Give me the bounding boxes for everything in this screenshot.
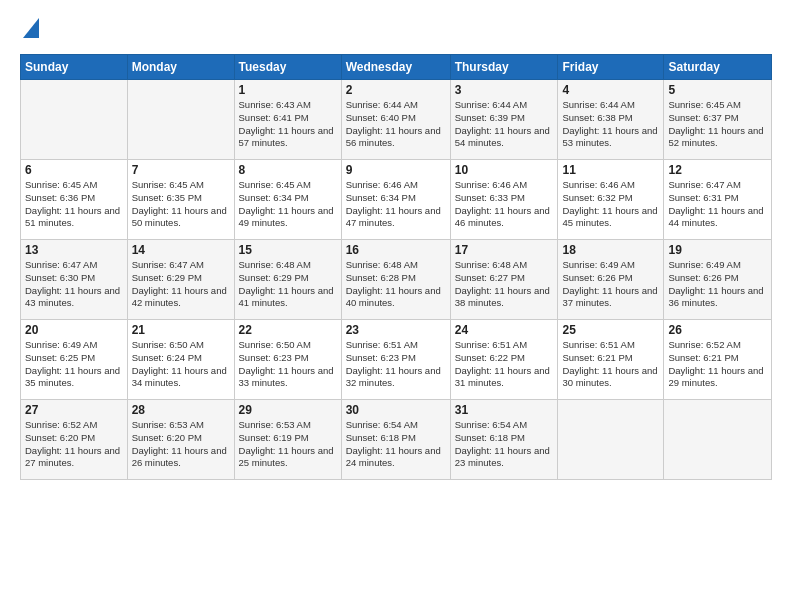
day-number: 3 [455, 83, 554, 97]
calendar-cell: 30Sunrise: 6:54 AM Sunset: 6:18 PM Dayli… [341, 400, 450, 480]
calendar-cell: 20Sunrise: 6:49 AM Sunset: 6:25 PM Dayli… [21, 320, 128, 400]
calendar-cell: 27Sunrise: 6:52 AM Sunset: 6:20 PM Dayli… [21, 400, 128, 480]
column-header-friday: Friday [558, 55, 664, 80]
day-info: Sunrise: 6:47 AM Sunset: 6:29 PM Dayligh… [132, 259, 230, 310]
calendar-cell: 10Sunrise: 6:46 AM Sunset: 6:33 PM Dayli… [450, 160, 558, 240]
day-number: 23 [346, 323, 446, 337]
day-number: 15 [239, 243, 337, 257]
day-info: Sunrise: 6:50 AM Sunset: 6:23 PM Dayligh… [239, 339, 337, 390]
svg-marker-0 [23, 18, 39, 38]
calendar-cell: 12Sunrise: 6:47 AM Sunset: 6:31 PM Dayli… [664, 160, 772, 240]
day-number: 27 [25, 403, 123, 417]
day-info: Sunrise: 6:53 AM Sunset: 6:19 PM Dayligh… [239, 419, 337, 470]
calendar-cell [664, 400, 772, 480]
calendar-cell: 15Sunrise: 6:48 AM Sunset: 6:29 PM Dayli… [234, 240, 341, 320]
day-info: Sunrise: 6:44 AM Sunset: 6:39 PM Dayligh… [455, 99, 554, 150]
calendar-cell: 7Sunrise: 6:45 AM Sunset: 6:35 PM Daylig… [127, 160, 234, 240]
day-number: 14 [132, 243, 230, 257]
calendar-cell: 29Sunrise: 6:53 AM Sunset: 6:19 PM Dayli… [234, 400, 341, 480]
calendar-cell [558, 400, 664, 480]
day-number: 6 [25, 163, 123, 177]
day-info: Sunrise: 6:49 AM Sunset: 6:26 PM Dayligh… [668, 259, 767, 310]
day-number: 26 [668, 323, 767, 337]
column-header-thursday: Thursday [450, 55, 558, 80]
header-row: SundayMondayTuesdayWednesdayThursdayFrid… [21, 55, 772, 80]
calendar-cell: 23Sunrise: 6:51 AM Sunset: 6:23 PM Dayli… [341, 320, 450, 400]
calendar-cell: 9Sunrise: 6:46 AM Sunset: 6:34 PM Daylig… [341, 160, 450, 240]
logo [20, 18, 39, 44]
calendar-cell: 8Sunrise: 6:45 AM Sunset: 6:34 PM Daylig… [234, 160, 341, 240]
day-number: 8 [239, 163, 337, 177]
day-info: Sunrise: 6:51 AM Sunset: 6:23 PM Dayligh… [346, 339, 446, 390]
day-info: Sunrise: 6:44 AM Sunset: 6:40 PM Dayligh… [346, 99, 446, 150]
day-info: Sunrise: 6:45 AM Sunset: 6:37 PM Dayligh… [668, 99, 767, 150]
week-row-4: 20Sunrise: 6:49 AM Sunset: 6:25 PM Dayli… [21, 320, 772, 400]
day-number: 2 [346, 83, 446, 97]
day-info: Sunrise: 6:51 AM Sunset: 6:21 PM Dayligh… [562, 339, 659, 390]
day-info: Sunrise: 6:45 AM Sunset: 6:36 PM Dayligh… [25, 179, 123, 230]
week-row-2: 6Sunrise: 6:45 AM Sunset: 6:36 PM Daylig… [21, 160, 772, 240]
logo-text [20, 18, 39, 44]
day-info: Sunrise: 6:48 AM Sunset: 6:28 PM Dayligh… [346, 259, 446, 310]
column-header-sunday: Sunday [21, 55, 128, 80]
calendar-cell: 26Sunrise: 6:52 AM Sunset: 6:21 PM Dayli… [664, 320, 772, 400]
day-info: Sunrise: 6:48 AM Sunset: 6:29 PM Dayligh… [239, 259, 337, 310]
day-info: Sunrise: 6:52 AM Sunset: 6:20 PM Dayligh… [25, 419, 123, 470]
day-number: 31 [455, 403, 554, 417]
day-number: 13 [25, 243, 123, 257]
day-info: Sunrise: 6:47 AM Sunset: 6:30 PM Dayligh… [25, 259, 123, 310]
day-info: Sunrise: 6:50 AM Sunset: 6:24 PM Dayligh… [132, 339, 230, 390]
day-info: Sunrise: 6:45 AM Sunset: 6:34 PM Dayligh… [239, 179, 337, 230]
calendar-table: SundayMondayTuesdayWednesdayThursdayFrid… [20, 54, 772, 480]
day-info: Sunrise: 6:46 AM Sunset: 6:34 PM Dayligh… [346, 179, 446, 230]
day-info: Sunrise: 6:46 AM Sunset: 6:32 PM Dayligh… [562, 179, 659, 230]
column-header-monday: Monday [127, 55, 234, 80]
day-number: 9 [346, 163, 446, 177]
day-number: 1 [239, 83, 337, 97]
day-info: Sunrise: 6:47 AM Sunset: 6:31 PM Dayligh… [668, 179, 767, 230]
day-info: Sunrise: 6:46 AM Sunset: 6:33 PM Dayligh… [455, 179, 554, 230]
day-number: 21 [132, 323, 230, 337]
calendar-cell: 5Sunrise: 6:45 AM Sunset: 6:37 PM Daylig… [664, 80, 772, 160]
day-number: 28 [132, 403, 230, 417]
page: SundayMondayTuesdayWednesdayThursdayFrid… [0, 0, 792, 612]
day-number: 22 [239, 323, 337, 337]
calendar-cell: 31Sunrise: 6:54 AM Sunset: 6:18 PM Dayli… [450, 400, 558, 480]
calendar-cell: 24Sunrise: 6:51 AM Sunset: 6:22 PM Dayli… [450, 320, 558, 400]
day-number: 10 [455, 163, 554, 177]
day-info: Sunrise: 6:53 AM Sunset: 6:20 PM Dayligh… [132, 419, 230, 470]
column-header-tuesday: Tuesday [234, 55, 341, 80]
day-info: Sunrise: 6:49 AM Sunset: 6:26 PM Dayligh… [562, 259, 659, 310]
calendar-cell [21, 80, 128, 160]
calendar-header: SundayMondayTuesdayWednesdayThursdayFrid… [21, 55, 772, 80]
calendar-cell: 18Sunrise: 6:49 AM Sunset: 6:26 PM Dayli… [558, 240, 664, 320]
day-info: Sunrise: 6:43 AM Sunset: 6:41 PM Dayligh… [239, 99, 337, 150]
column-header-wednesday: Wednesday [341, 55, 450, 80]
day-number: 18 [562, 243, 659, 257]
calendar-cell: 4Sunrise: 6:44 AM Sunset: 6:38 PM Daylig… [558, 80, 664, 160]
calendar-cell: 13Sunrise: 6:47 AM Sunset: 6:30 PM Dayli… [21, 240, 128, 320]
calendar-cell: 1Sunrise: 6:43 AM Sunset: 6:41 PM Daylig… [234, 80, 341, 160]
day-info: Sunrise: 6:44 AM Sunset: 6:38 PM Dayligh… [562, 99, 659, 150]
day-info: Sunrise: 6:52 AM Sunset: 6:21 PM Dayligh… [668, 339, 767, 390]
day-info: Sunrise: 6:49 AM Sunset: 6:25 PM Dayligh… [25, 339, 123, 390]
column-header-saturday: Saturday [664, 55, 772, 80]
calendar-cell: 28Sunrise: 6:53 AM Sunset: 6:20 PM Dayli… [127, 400, 234, 480]
day-number: 17 [455, 243, 554, 257]
day-info: Sunrise: 6:51 AM Sunset: 6:22 PM Dayligh… [455, 339, 554, 390]
calendar-cell: 22Sunrise: 6:50 AM Sunset: 6:23 PM Dayli… [234, 320, 341, 400]
day-number: 11 [562, 163, 659, 177]
calendar-cell: 2Sunrise: 6:44 AM Sunset: 6:40 PM Daylig… [341, 80, 450, 160]
day-number: 24 [455, 323, 554, 337]
day-number: 5 [668, 83, 767, 97]
day-number: 25 [562, 323, 659, 337]
day-number: 16 [346, 243, 446, 257]
day-info: Sunrise: 6:54 AM Sunset: 6:18 PM Dayligh… [346, 419, 446, 470]
week-row-1: 1Sunrise: 6:43 AM Sunset: 6:41 PM Daylig… [21, 80, 772, 160]
day-number: 19 [668, 243, 767, 257]
day-number: 12 [668, 163, 767, 177]
calendar-cell [127, 80, 234, 160]
calendar-cell: 25Sunrise: 6:51 AM Sunset: 6:21 PM Dayli… [558, 320, 664, 400]
day-info: Sunrise: 6:54 AM Sunset: 6:18 PM Dayligh… [455, 419, 554, 470]
calendar-cell: 11Sunrise: 6:46 AM Sunset: 6:32 PM Dayli… [558, 160, 664, 240]
